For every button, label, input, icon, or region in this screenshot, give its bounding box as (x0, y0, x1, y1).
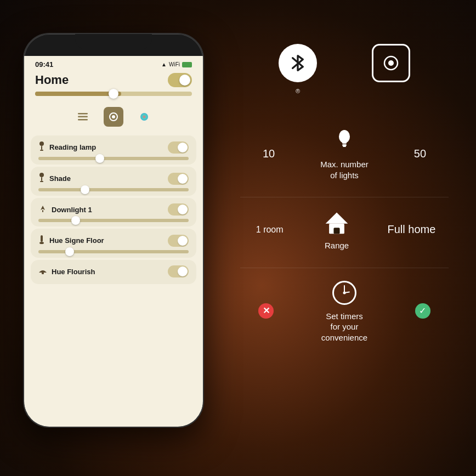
timers-comparison: ✕ Set timersfor yourconvenience ✓ (229, 268, 460, 354)
house-icon-wrap (323, 208, 350, 236)
bridge-icon (372, 44, 410, 82)
cross-icon: ✕ (263, 305, 270, 316)
light-item-signe: Hue Signe Floor (31, 229, 196, 258)
svg-rect-15 (42, 273, 44, 274)
svg-point-4 (112, 115, 115, 118)
toggle-knob-downlight (178, 205, 188, 214)
house-icon (323, 208, 350, 236)
light-item-shade: Shade (31, 167, 196, 196)
lights-label: Max. numberof lights (320, 159, 369, 180)
svg-point-17 (388, 60, 394, 66)
timers-center: Set timersfor yourconvenience (321, 279, 367, 343)
check-icon: ✓ (419, 305, 426, 316)
toggle-knob (179, 75, 190, 86)
bluetooth-feature: ® (279, 44, 317, 94)
svg-point-9 (39, 173, 44, 177)
light-slider-signe[interactable] (38, 250, 189, 253)
lights-center: Max. numberof lights (320, 127, 369, 180)
light-icon-downlight (38, 205, 47, 215)
light-name-reading: Reading lamp (49, 143, 96, 151)
light-name-downlight: Downlight 1 (52, 206, 92, 214)
light-item-downlight: Downlight 1 (31, 198, 196, 226)
light-slider-reading[interactable] (38, 157, 189, 160)
range-left-value: 1 room (253, 225, 286, 235)
tab-color[interactable] (134, 107, 154, 127)
light-item-flourish: Hue Flourish (31, 260, 196, 284)
bulb-icon (336, 129, 353, 153)
tab-bar (24, 103, 203, 131)
light-slider-downlight[interactable] (38, 219, 189, 222)
range-comparison: 1 room Range Full home (229, 197, 460, 262)
light-toggle-reading[interactable] (168, 141, 189, 154)
bluetooth-icon (279, 44, 317, 82)
timer-icon-wrap (331, 279, 358, 307)
status-time: 09:41 (35, 60, 53, 69)
timers-label: Set timersfor yourconvenience (321, 311, 367, 343)
svg-rect-20 (342, 144, 347, 146)
bridge-feature (372, 44, 410, 94)
slider-knob-shade (81, 185, 89, 194)
light-item-reading: Reading lamp (31, 135, 196, 165)
comparison-area: ® 10 Max. numberof light (229, 33, 460, 444)
status-bar: 09:41 ▲ WiFi (24, 56, 203, 71)
home-toggle[interactable] (168, 73, 192, 87)
lights-comparison: 10 Max. numberof lights 50 (229, 116, 460, 191)
light-toggle-shade[interactable] (168, 173, 189, 185)
range-label: Range (325, 240, 349, 251)
tab-list[interactable] (73, 107, 93, 127)
svg-point-5 (140, 113, 148, 121)
range-right-value: Full home (387, 223, 435, 236)
svg-point-18 (339, 130, 350, 143)
signal-icon: ▲ (161, 61, 167, 67)
toggle-knob-reading (178, 143, 188, 152)
timers-left-status: ✕ (258, 303, 274, 319)
timers-right-status: ✓ (415, 303, 430, 319)
light-toggle-downlight[interactable] (168, 203, 189, 216)
lights-right-value: 50 (404, 148, 437, 160)
light-icon-reading (38, 141, 45, 154)
svg-rect-13 (41, 235, 43, 242)
icons-row: ® (229, 33, 460, 105)
light-slider-shade[interactable] (38, 188, 189, 191)
svg-rect-23 (334, 228, 340, 234)
bulb-icon-wrap (331, 127, 358, 155)
light-name-flourish: Hue Flourish (52, 268, 95, 276)
svg-rect-10 (41, 177, 42, 181)
svg-rect-0 (78, 113, 88, 115)
phone-screen: 09:41 ▲ WiFi Home (24, 56, 203, 427)
svg-rect-2 (78, 119, 88, 121)
light-name-signe: Hue Signe Floor (49, 236, 104, 245)
light-icon-signe (38, 234, 45, 247)
lights-list: Reading lamp (24, 131, 203, 288)
svg-rect-8 (40, 150, 43, 151)
lights-left-value: 10 (252, 148, 285, 160)
svg-rect-12 (42, 210, 43, 212)
light-name-shade: Shade (49, 174, 71, 183)
wifi-icon: WiFi (169, 61, 180, 67)
slider-knob-signe (65, 247, 74, 256)
phone-body: 09:41 ▲ WiFi Home (23, 33, 204, 428)
light-icon-shade (38, 172, 45, 185)
svg-rect-1 (78, 116, 88, 118)
home-title: Home (35, 73, 69, 87)
slider-knob-reading (95, 154, 104, 163)
svg-point-6 (39, 141, 44, 146)
toggle-knob-signe (178, 236, 188, 246)
status-icons: ▲ WiFi (161, 61, 192, 67)
range-center: Range (323, 208, 350, 251)
slider-knob-downlight (71, 216, 80, 225)
tab-scenes[interactable] (104, 107, 123, 127)
light-toggle-signe[interactable] (168, 235, 189, 247)
bluetooth-superscript: ® (296, 88, 300, 94)
toggle-knob-flourish (178, 267, 188, 276)
toggle-knob-shade (178, 174, 188, 184)
svg-rect-21 (343, 146, 346, 147)
light-icon-flourish (38, 267, 47, 276)
phone-mockup: 09:41 ▲ WiFi Home (23, 33, 204, 428)
brightness-slider[interactable] (35, 92, 192, 96)
battery-icon (182, 62, 192, 67)
svg-rect-11 (40, 181, 43, 182)
light-toggle-flourish[interactable] (168, 265, 189, 277)
brightness-knob (109, 89, 118, 99)
phone-notch (75, 34, 152, 49)
